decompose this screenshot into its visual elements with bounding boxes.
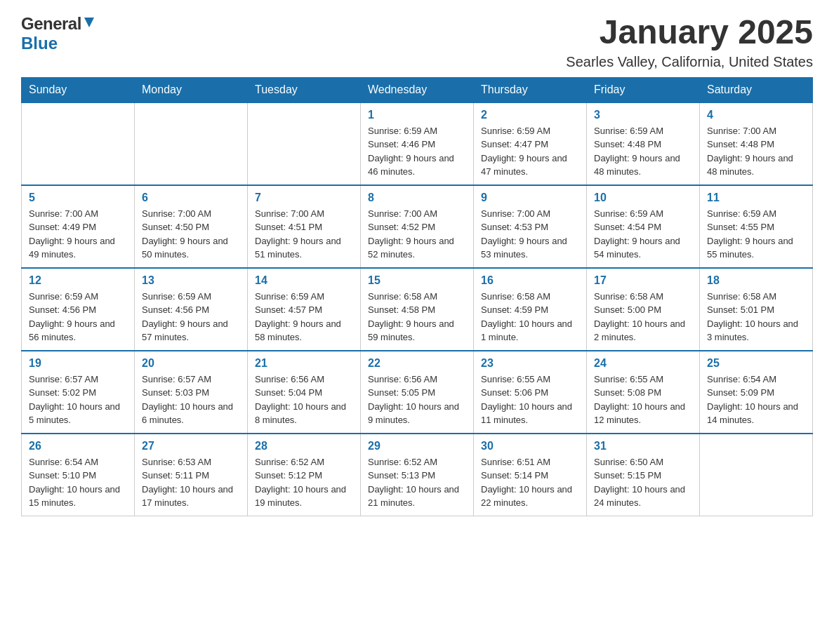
day-number: 27 <box>142 440 240 452</box>
calendar-day-header-saturday: Saturday <box>700 77 813 102</box>
day-number: 19 <box>29 357 127 370</box>
day-info: Sunrise: 6:59 AM Sunset: 4:48 PM Dayligh… <box>594 124 692 179</box>
calendar-cell: 28Sunrise: 6:52 AM Sunset: 5:12 PM Dayli… <box>248 434 361 516</box>
day-info: Sunrise: 6:59 AM Sunset: 4:57 PM Dayligh… <box>255 290 353 344</box>
calendar-cell: 4Sunrise: 7:00 AM Sunset: 4:48 PM Daylig… <box>700 102 813 185</box>
day-info: Sunrise: 6:59 AM Sunset: 4:47 PM Dayligh… <box>481 124 579 179</box>
day-number: 2 <box>481 109 579 121</box>
day-number: 8 <box>368 192 466 204</box>
calendar-cell: 6Sunrise: 7:00 AM Sunset: 4:50 PM Daylig… <box>135 185 248 268</box>
day-info: Sunrise: 7:00 AM Sunset: 4:52 PM Dayligh… <box>368 207 466 262</box>
logo-blue-text: Blue <box>21 34 58 53</box>
day-number: 18 <box>707 274 805 287</box>
day-number: 14 <box>255 274 353 287</box>
day-info: Sunrise: 6:56 AM Sunset: 5:04 PM Dayligh… <box>255 373 353 427</box>
day-number: 4 <box>707 109 805 121</box>
calendar-cell: 5Sunrise: 7:00 AM Sunset: 4:49 PM Daylig… <box>22 185 135 268</box>
calendar-cell <box>700 434 813 516</box>
calendar-cell: 19Sunrise: 6:57 AM Sunset: 5:02 PM Dayli… <box>22 351 135 434</box>
day-number: 9 <box>481 192 579 204</box>
day-number: 5 <box>29 192 127 204</box>
calendar-cell: 1Sunrise: 6:59 AM Sunset: 4:46 PM Daylig… <box>361 102 474 185</box>
day-info: Sunrise: 6:58 AM Sunset: 4:59 PM Dayligh… <box>481 290 579 344</box>
calendar-week-row: 1Sunrise: 6:59 AM Sunset: 4:46 PM Daylig… <box>22 102 813 185</box>
day-info: Sunrise: 6:52 AM Sunset: 5:13 PM Dayligh… <box>368 455 466 510</box>
day-info: Sunrise: 6:54 AM Sunset: 5:09 PM Dayligh… <box>707 373 805 427</box>
day-number: 21 <box>255 357 353 370</box>
day-number: 11 <box>707 192 805 204</box>
day-info: Sunrise: 6:59 AM Sunset: 4:55 PM Dayligh… <box>707 207 805 262</box>
calendar-cell: 31Sunrise: 6:50 AM Sunset: 5:15 PM Dayli… <box>587 434 700 516</box>
logo-general-text: General <box>21 14 81 34</box>
day-info: Sunrise: 6:59 AM Sunset: 4:56 PM Dayligh… <box>29 290 127 344</box>
calendar-cell: 17Sunrise: 6:58 AM Sunset: 5:00 PM Dayli… <box>587 268 700 351</box>
day-number: 13 <box>142 274 240 287</box>
page-header: General Blue January 2025 Searles Valley… <box>21 14 813 70</box>
calendar-day-header-thursday: Thursday <box>474 77 587 102</box>
calendar-day-header-monday: Monday <box>135 77 248 102</box>
calendar-cell: 10Sunrise: 6:59 AM Sunset: 4:54 PM Dayli… <box>587 185 700 268</box>
day-info: Sunrise: 6:52 AM Sunset: 5:12 PM Dayligh… <box>255 455 353 510</box>
title-block: January 2025 Searles Valley, California,… <box>566 14 813 70</box>
day-info: Sunrise: 6:53 AM Sunset: 5:11 PM Dayligh… <box>142 455 240 510</box>
calendar-cell <box>22 102 135 185</box>
day-info: Sunrise: 7:00 AM Sunset: 4:49 PM Dayligh… <box>29 207 127 262</box>
calendar-day-header-tuesday: Tuesday <box>248 77 361 102</box>
calendar-body: 1Sunrise: 6:59 AM Sunset: 4:46 PM Daylig… <box>22 102 813 516</box>
calendar-cell: 14Sunrise: 6:59 AM Sunset: 4:57 PM Dayli… <box>248 268 361 351</box>
calendar-cell: 27Sunrise: 6:53 AM Sunset: 5:11 PM Dayli… <box>135 434 248 516</box>
calendar-cell: 11Sunrise: 6:59 AM Sunset: 4:55 PM Dayli… <box>700 185 813 268</box>
calendar-cell <box>248 102 361 185</box>
day-info: Sunrise: 6:51 AM Sunset: 5:14 PM Dayligh… <box>481 455 579 510</box>
day-info: Sunrise: 6:50 AM Sunset: 5:15 PM Dayligh… <box>594 455 692 510</box>
day-number: 16 <box>481 274 579 287</box>
day-number: 20 <box>142 357 240 370</box>
day-info: Sunrise: 6:59 AM Sunset: 4:46 PM Dayligh… <box>368 124 466 179</box>
calendar-cell: 8Sunrise: 7:00 AM Sunset: 4:52 PM Daylig… <box>361 185 474 268</box>
day-info: Sunrise: 7:00 AM Sunset: 4:53 PM Dayligh… <box>481 207 579 262</box>
day-info: Sunrise: 6:57 AM Sunset: 5:03 PM Dayligh… <box>142 373 240 427</box>
calendar-cell: 29Sunrise: 6:52 AM Sunset: 5:13 PM Dayli… <box>361 434 474 516</box>
calendar-week-row: 26Sunrise: 6:54 AM Sunset: 5:10 PM Dayli… <box>22 434 813 516</box>
calendar-cell: 13Sunrise: 6:59 AM Sunset: 4:56 PM Dayli… <box>135 268 248 351</box>
calendar-day-header-wednesday: Wednesday <box>361 77 474 102</box>
day-number: 12 <box>29 274 127 287</box>
day-info: Sunrise: 6:57 AM Sunset: 5:02 PM Dayligh… <box>29 373 127 427</box>
calendar-cell: 20Sunrise: 6:57 AM Sunset: 5:03 PM Dayli… <box>135 351 248 434</box>
day-info: Sunrise: 6:55 AM Sunset: 5:06 PM Dayligh… <box>481 373 579 427</box>
calendar-cell: 7Sunrise: 7:00 AM Sunset: 4:51 PM Daylig… <box>248 185 361 268</box>
calendar-cell: 3Sunrise: 6:59 AM Sunset: 4:48 PM Daylig… <box>587 102 700 185</box>
calendar-header-row: SundayMondayTuesdayWednesdayThursdayFrid… <box>22 77 813 102</box>
calendar-header: SundayMondayTuesdayWednesdayThursdayFrid… <box>22 77 813 102</box>
day-number: 25 <box>707 357 805 370</box>
logo: General Blue <box>21 14 95 53</box>
day-info: Sunrise: 6:58 AM Sunset: 5:00 PM Dayligh… <box>594 290 692 344</box>
svg-marker-0 <box>84 18 94 27</box>
day-info: Sunrise: 6:54 AM Sunset: 5:10 PM Dayligh… <box>29 455 127 510</box>
day-number: 1 <box>368 109 466 121</box>
day-number: 26 <box>29 440 127 452</box>
calendar-cell: 2Sunrise: 6:59 AM Sunset: 4:47 PM Daylig… <box>474 102 587 185</box>
day-info: Sunrise: 6:59 AM Sunset: 4:54 PM Dayligh… <box>594 207 692 262</box>
location-text: Searles Valley, California, United State… <box>566 54 813 70</box>
logo-arrow-icon <box>83 16 95 32</box>
day-number: 3 <box>594 109 692 121</box>
day-number: 28 <box>255 440 353 452</box>
calendar-cell: 23Sunrise: 6:55 AM Sunset: 5:06 PM Dayli… <box>474 351 587 434</box>
calendar-cell: 12Sunrise: 6:59 AM Sunset: 4:56 PM Dayli… <box>22 268 135 351</box>
day-number: 17 <box>594 274 692 287</box>
day-info: Sunrise: 6:56 AM Sunset: 5:05 PM Dayligh… <box>368 373 466 427</box>
day-number: 7 <box>255 192 353 204</box>
day-number: 30 <box>481 440 579 452</box>
calendar-day-header-sunday: Sunday <box>22 77 135 102</box>
calendar-cell: 25Sunrise: 6:54 AM Sunset: 5:09 PM Dayli… <box>700 351 813 434</box>
day-number: 31 <box>594 440 692 452</box>
calendar-cell: 21Sunrise: 6:56 AM Sunset: 5:04 PM Dayli… <box>248 351 361 434</box>
day-info: Sunrise: 6:58 AM Sunset: 4:58 PM Dayligh… <box>368 290 466 344</box>
day-info: Sunrise: 7:00 AM Sunset: 4:50 PM Dayligh… <box>142 207 240 262</box>
day-number: 10 <box>594 192 692 204</box>
calendar-cell: 9Sunrise: 7:00 AM Sunset: 4:53 PM Daylig… <box>474 185 587 268</box>
calendar-table: SundayMondayTuesdayWednesdayThursdayFrid… <box>21 77 813 516</box>
day-info: Sunrise: 7:00 AM Sunset: 4:51 PM Dayligh… <box>255 207 353 262</box>
day-number: 22 <box>368 357 466 370</box>
